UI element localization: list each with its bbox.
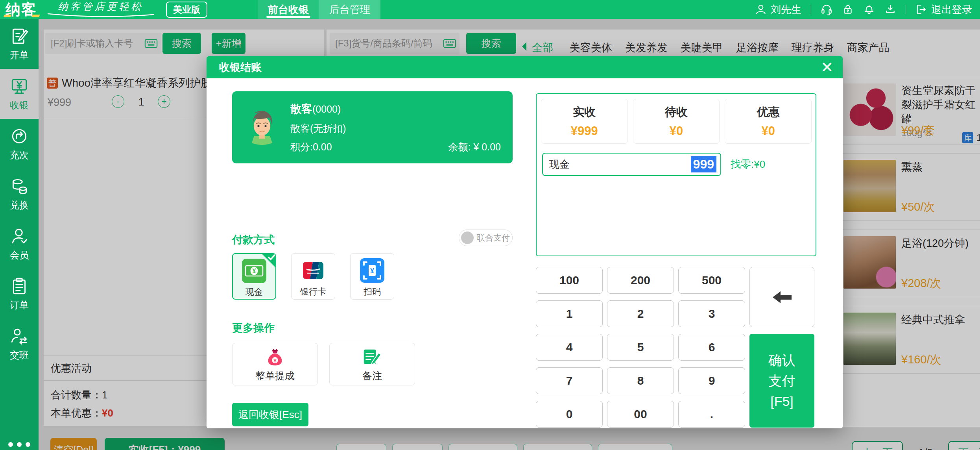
customer-type: 散客(无折扣) <box>290 122 501 135</box>
svg-text:¥: ¥ <box>273 357 277 363</box>
modal-header: 收银结账 ✕ <box>207 56 843 78</box>
sidebar-item-cashier[interactable]: 收银 <box>0 69 39 119</box>
payment-method-scan[interactable]: ¥ 扫码 <box>350 253 394 300</box>
user-info[interactable]: 刘先生 <box>755 3 801 17</box>
cash-register-icon <box>9 76 29 96</box>
lock-icon[interactable] <box>842 4 854 15</box>
tab-back-management[interactable]: 后台管理 <box>319 0 380 19</box>
topbar: 纳客 纳客管店更轻松 美业版 前台收银 后台管理 <box>0 0 980 19</box>
numpad-key[interactable]: 0 <box>536 401 603 428</box>
sidebar-item-members[interactable]: 会员 <box>0 219 39 269</box>
logout-button[interactable]: 退出登录 <box>915 3 972 17</box>
logout-icon <box>915 4 927 15</box>
divider <box>906 5 906 14</box>
stat-value: ¥0 <box>761 124 775 138</box>
backspace-key[interactable] <box>749 267 814 327</box>
topbar-right: 刘先生 <box>755 3 972 17</box>
numpad-key[interactable]: 9 <box>678 367 745 394</box>
cash-amount-input[interactable]: 现金 999 <box>542 153 721 176</box>
user-icon <box>755 4 767 15</box>
numpad-key[interactable]: 100 <box>536 267 603 294</box>
brand-logo: 纳客 <box>6 1 37 18</box>
more-menu-dots[interactable] <box>0 442 39 450</box>
numpad-key[interactable]: 00 <box>607 401 674 428</box>
numpad-key[interactable]: 7 <box>536 367 603 394</box>
customer-avatar <box>242 107 282 148</box>
note-pen-icon <box>362 346 383 368</box>
stat-label: 待收 <box>665 104 688 120</box>
pos-app: 纳客 纳客管店更轻松 美业版 前台收银 后台管理 <box>0 0 980 450</box>
backspace-arrow-icon <box>771 291 793 304</box>
money-bag-icon: ¥ <box>264 346 286 368</box>
tab-front-cashier[interactable]: 前台收银 <box>258 0 319 19</box>
order-clipboard-icon <box>9 276 29 296</box>
customer-balance: 余额: ¥ 0.00 <box>448 141 501 154</box>
bell-icon[interactable] <box>863 4 875 15</box>
summary-stat-card: 优惠 ¥0 <box>725 99 812 144</box>
stat-label: 优惠 <box>757 104 780 120</box>
numpad-key[interactable]: 4 <box>536 334 603 361</box>
customer-name-line: 散客(0000) <box>290 102 501 117</box>
member-icon <box>9 226 29 246</box>
back-to-cashier-button[interactable]: 返回收银[Esc] <box>232 403 308 426</box>
unionpay-card-icon <box>301 258 325 283</box>
numpad-key[interactable]: 1 <box>536 300 603 327</box>
payment-method-bank-card[interactable]: 银行卡 <box>291 253 335 300</box>
change-due: 找零:¥0 <box>731 157 765 171</box>
scan-pay-icon: ¥ <box>360 258 384 283</box>
customer-card: 散客(0000) 散客(无折扣) 积分:0.00 余额: ¥ 0.00 <box>232 91 513 163</box>
checkout-modal: 收银结账 ✕ 散客(0000) 散客(无折扣) <box>207 56 843 428</box>
payment-method-cash[interactable]: ¥ 现金 <box>232 253 276 300</box>
cash-amount-selected-value: 999 <box>691 156 716 172</box>
more-operations: ¥ 整单提成 备注 <box>232 343 415 385</box>
payment-methods: ¥ 现金 <box>232 253 394 300</box>
note-button[interactable]: 备注 <box>329 343 415 385</box>
modal-title: 收银结账 <box>219 60 262 74</box>
bill-edit-icon <box>9 26 29 46</box>
numpad-key[interactable]: 3 <box>678 300 745 327</box>
toggle-knob <box>461 231 474 244</box>
download-icon[interactable] <box>884 4 896 15</box>
summary-stat-card: 实收 ¥999 <box>541 99 628 144</box>
payment-method-heading: 付款方式 <box>232 233 275 247</box>
sidebar-item-orders[interactable]: 订单 <box>0 269 39 319</box>
stat-value: ¥999 <box>571 124 598 138</box>
summary-stat-card: 待收 ¥0 <box>633 99 720 144</box>
numpad-key[interactable]: 5 <box>607 334 674 361</box>
sidebar-item-recharge-times[interactable]: 充次 <box>0 119 39 169</box>
user-name: 刘先生 <box>771 3 801 17</box>
headset-icon[interactable] <box>821 4 832 15</box>
main-tabs: 前台收银 后台管理 <box>258 0 380 19</box>
svg-text:¥: ¥ <box>253 268 256 274</box>
numpad: 确认 支付 [F5] 100 200 500 1 2 3 4 5 6 <box>536 267 814 428</box>
brand-slogan: 纳客管店更轻松 <box>46 1 156 18</box>
sidebar-item-shift-change[interactable]: 交班 <box>0 319 39 369</box>
numpad-key[interactable]: 8 <box>607 367 674 394</box>
union-pay-toggle[interactable]: 联合支付 <box>459 230 513 246</box>
payment-summary-box: 实收 ¥999 待收 ¥0 优惠 ¥0 现金 <box>536 93 816 256</box>
sidebar-item-exchange[interactable]: 兑换 <box>0 169 39 219</box>
edition-badge[interactable]: 美业版 <box>166 2 207 18</box>
numpad-key[interactable]: 200 <box>607 267 674 294</box>
repeat-icon <box>9 126 29 146</box>
sidebar-item-open-bill[interactable]: 开单 <box>0 19 39 69</box>
numpad-key[interactable]: 2 <box>607 300 674 327</box>
numpad-key[interactable]: 6 <box>678 334 745 361</box>
whole-order-commission-button[interactable]: ¥ 整单提成 <box>232 343 318 385</box>
stat-label: 实收 <box>573 104 596 120</box>
numpad-key[interactable]: 500 <box>678 267 745 294</box>
customer-points: 积分:0.00 <box>290 141 332 154</box>
divider <box>811 5 811 14</box>
more-operations-heading: 更多操作 <box>232 321 275 335</box>
coins-icon <box>9 176 29 196</box>
slogan-underline-swoosh <box>46 13 156 18</box>
logo-accent <box>31 15 40 17</box>
active-tab-underline <box>266 16 310 18</box>
confirm-pay-button[interactable]: 确认 支付 [F5] <box>749 334 814 428</box>
selected-check-icon <box>262 254 276 268</box>
shift-change-icon <box>9 326 29 346</box>
numpad-key[interactable]: . <box>678 401 745 428</box>
stat-value: ¥0 <box>670 124 683 138</box>
sidebar: 开单 收银 充次 <box>0 19 39 450</box>
close-icon[interactable]: ✕ <box>821 60 833 75</box>
